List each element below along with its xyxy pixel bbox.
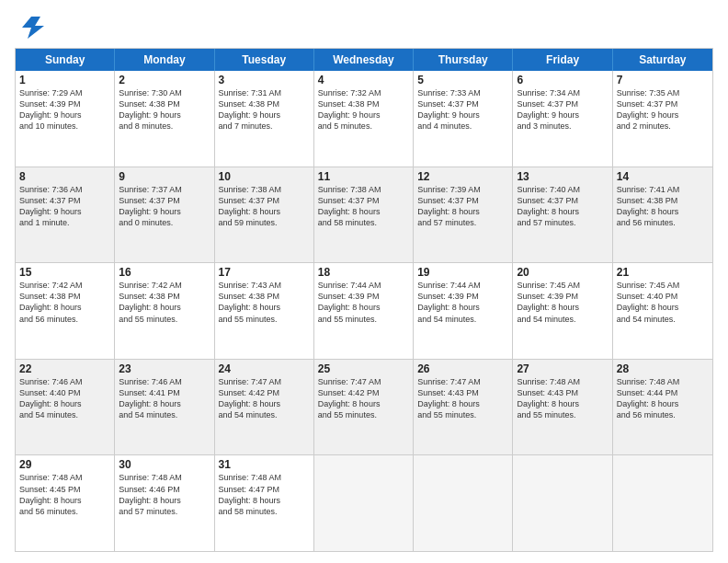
day-number: 19 [417, 266, 508, 279]
cell-line: Sunrise: 7:41 AM [617, 184, 709, 195]
cell-line: and 5 minutes. [318, 121, 409, 132]
day-number: 20 [517, 266, 608, 279]
cell-line: Sunrise: 7:34 AM [517, 87, 608, 98]
cell-line: Sunset: 4:37 PM [318, 195, 409, 206]
day-number: 22 [19, 362, 110, 375]
cell-line: and 7 minutes. [219, 121, 310, 132]
cell-line: Sunset: 4:43 PM [517, 387, 608, 398]
cell-line: Sunset: 4:39 PM [517, 291, 608, 302]
svg-marker-0 [22, 17, 44, 39]
calendar-cell-3-3: 17Sunrise: 7:43 AMSunset: 4:38 PMDayligh… [215, 263, 314, 359]
calendar-header-thursday: Thursday [414, 49, 513, 71]
cell-line: Sunrise: 7:47 AM [219, 376, 310, 387]
cell-line: Daylight: 9 hours [119, 109, 210, 121]
day-number: 8 [19, 170, 110, 183]
calendar-cell-4-4: 25Sunrise: 7:47 AMSunset: 4:42 PMDayligh… [314, 360, 414, 455]
cell-line: Daylight: 8 hours [417, 398, 508, 409]
cell-line: Daylight: 8 hours [219, 495, 310, 506]
cell-line: Sunset: 4:37 PM [19, 195, 110, 206]
cell-line: Sunset: 4:38 PM [318, 98, 409, 109]
day-number: 10 [219, 170, 310, 183]
day-number: 28 [617, 362, 709, 375]
cell-line: Sunrise: 7:48 AM [517, 376, 608, 387]
day-number: 30 [119, 458, 210, 471]
calendar-cell-1-2: 2Sunrise: 7:30 AMSunset: 4:38 PMDaylight… [115, 71, 214, 167]
calendar-row-4: 22Sunrise: 7:46 AMSunset: 4:40 PMDayligh… [16, 360, 712, 456]
calendar: SundayMondayTuesdayWednesdayThursdayFrid… [15, 48, 713, 552]
page: SundayMondayTuesdayWednesdayThursdayFrid… [0, 0, 728, 563]
calendar-cell-1-1: 1Sunrise: 7:29 AMSunset: 4:39 PMDaylight… [16, 71, 115, 167]
cell-line: Daylight: 8 hours [417, 302, 508, 313]
cell-line: Daylight: 8 hours [417, 206, 508, 217]
cell-line: Daylight: 8 hours [219, 398, 310, 409]
calendar-cell-4-1: 22Sunrise: 7:46 AMSunset: 4:40 PMDayligh… [16, 360, 115, 455]
day-number: 6 [517, 74, 608, 86]
cell-line: Sunset: 4:42 PM [318, 387, 409, 398]
cell-line: Daylight: 9 hours [417, 109, 508, 121]
calendar-cell-1-6: 6Sunrise: 7:34 AMSunset: 4:37 PMDaylight… [513, 71, 612, 167]
day-number: 16 [119, 266, 210, 279]
cell-line: Sunset: 4:37 PM [517, 195, 608, 206]
cell-line: and 10 minutes. [19, 121, 110, 132]
cell-line: Sunset: 4:47 PM [219, 484, 310, 495]
cell-line: and 55 minutes. [119, 314, 210, 325]
cell-line: and 55 minutes. [219, 314, 310, 325]
cell-line: and 54 minutes. [417, 314, 508, 325]
cell-line: and 58 minutes. [219, 506, 310, 517]
cell-line: Sunrise: 7:38 AM [219, 184, 310, 195]
cell-line: Daylight: 8 hours [219, 206, 310, 217]
cell-line: Daylight: 8 hours [318, 302, 409, 313]
cell-line: Daylight: 9 hours [19, 206, 110, 217]
cell-line: Sunset: 4:38 PM [19, 291, 110, 302]
calendar-header-saturday: Saturday [613, 49, 712, 71]
cell-line: Sunrise: 7:32 AM [318, 87, 409, 98]
cell-line: Daylight: 9 hours [19, 109, 110, 121]
cell-line: Sunrise: 7:30 AM [119, 87, 210, 98]
cell-line: Sunrise: 7:42 AM [19, 280, 110, 291]
cell-line: and 55 minutes. [318, 409, 409, 420]
cell-line: Daylight: 8 hours [19, 495, 110, 506]
day-number: 12 [417, 170, 508, 183]
calendar-cell-2-1: 8Sunrise: 7:36 AMSunset: 4:37 PMDaylight… [16, 167, 115, 263]
calendar-cell-4-7: 28Sunrise: 7:48 AMSunset: 4:44 PMDayligh… [613, 360, 712, 455]
cell-line: Daylight: 8 hours [19, 302, 110, 313]
calendar-header-wednesday: Wednesday [314, 49, 414, 71]
cell-line: and 54 minutes. [617, 314, 709, 325]
cell-line: Daylight: 8 hours [517, 206, 608, 217]
cell-line: Daylight: 8 hours [19, 398, 110, 409]
calendar-header-tuesday: Tuesday [215, 49, 314, 71]
cell-line: Daylight: 9 hours [318, 109, 409, 121]
day-number: 21 [617, 266, 709, 279]
cell-line: and 1 minute. [19, 217, 110, 228]
cell-line: and 8 minutes. [119, 121, 210, 132]
cell-line: Sunset: 4:37 PM [219, 195, 310, 206]
cell-line: Sunrise: 7:36 AM [19, 184, 110, 195]
cell-line: Sunrise: 7:48 AM [219, 472, 310, 483]
cell-line: and 58 minutes. [318, 217, 409, 228]
calendar-cell-2-3: 10Sunrise: 7:38 AMSunset: 4:37 PMDayligh… [215, 167, 314, 263]
cell-line: Sunrise: 7:33 AM [417, 87, 508, 98]
day-number: 31 [219, 458, 310, 471]
calendar-cell-3-2: 16Sunrise: 7:42 AMSunset: 4:38 PMDayligh… [115, 263, 214, 359]
calendar-cell-4-5: 26Sunrise: 7:47 AMSunset: 4:43 PMDayligh… [414, 360, 513, 455]
calendar-cell-3-7: 21Sunrise: 7:45 AMSunset: 4:40 PMDayligh… [613, 263, 712, 359]
cell-line: Daylight: 8 hours [119, 302, 210, 313]
day-number: 29 [19, 458, 110, 471]
cell-line: Sunset: 4:37 PM [417, 195, 508, 206]
calendar-cell-4-3: 24Sunrise: 7:47 AMSunset: 4:42 PMDayligh… [215, 360, 314, 455]
cell-line: Sunset: 4:42 PM [219, 387, 310, 398]
day-number: 4 [318, 74, 409, 86]
cell-line: Sunrise: 7:47 AM [417, 376, 508, 387]
calendar-header-monday: Monday [115, 49, 214, 71]
calendar-row-3: 15Sunrise: 7:42 AMSunset: 4:38 PMDayligh… [16, 263, 712, 360]
calendar-cell-2-2: 9Sunrise: 7:37 AMSunset: 4:37 PMDaylight… [115, 167, 214, 263]
day-number: 18 [318, 266, 409, 279]
cell-line: Daylight: 8 hours [517, 398, 608, 409]
cell-line: and 54 minutes. [19, 409, 110, 420]
cell-line: Sunset: 4:40 PM [19, 387, 110, 398]
day-number: 26 [417, 362, 508, 375]
cell-line: and 54 minutes. [119, 409, 210, 420]
day-number: 17 [219, 266, 310, 279]
cell-line: Daylight: 8 hours [119, 495, 210, 506]
cell-line: Sunrise: 7:38 AM [318, 184, 409, 195]
